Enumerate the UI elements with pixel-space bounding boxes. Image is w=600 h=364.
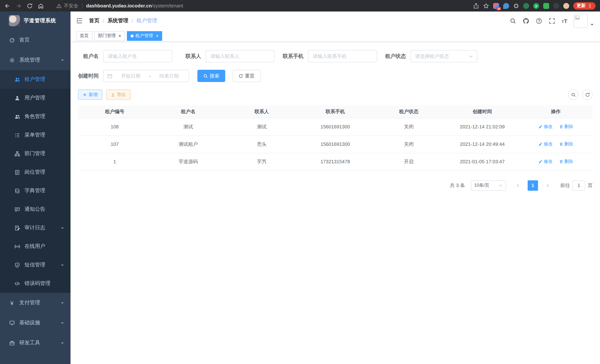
font-size-icon[interactable]: TT — [562, 18, 567, 24]
sidebar-item-dict[interactable]: 字典管理 — [0, 181, 71, 200]
profile-avatar[interactable] — [563, 3, 569, 9]
sidebar-item-sms[interactable]: 短信管理 — [0, 256, 71, 274]
prev-page-button[interactable] — [513, 180, 523, 191]
contact-input[interactable] — [206, 50, 275, 62]
extension-icon[interactable] — [513, 3, 519, 9]
extension-icon[interactable] — [543, 3, 549, 9]
sidebar-item-post[interactable]: 岗位管理 — [0, 163, 71, 181]
infra-monitor-icon — [9, 320, 15, 326]
bookmark-star-icon[interactable] — [483, 3, 489, 9]
add-button[interactable]: 新增 — [78, 89, 103, 100]
cell-contact: 秃头 — [225, 135, 299, 153]
cell-status: 关闭 — [372, 135, 445, 153]
phone-input[interactable] — [308, 50, 377, 62]
tab-home[interactable]: 首页 — [76, 31, 92, 41]
search-button[interactable]: 搜索 — [197, 70, 225, 82]
cell-phone: 15601691300 — [299, 118, 372, 135]
browser-update-button[interactable]: 更新 ⋮ — [573, 2, 596, 9]
edit-link[interactable]: 修改 — [538, 159, 553, 165]
share-icon[interactable] — [473, 3, 479, 9]
tab-dept[interactable]: 部门管理 × — [94, 31, 125, 41]
extension-icon[interactable] — [503, 3, 509, 9]
tenant-table: 租户编号 租户名 联系人 联系手机 租户状态 创建时间 操作 108 测试 — [78, 105, 593, 170]
tab-tenant[interactable]: 租户管理 × — [127, 31, 162, 41]
cell-tenant-id: 108 — [78, 118, 151, 135]
next-page-button[interactable] — [543, 180, 553, 191]
github-icon[interactable] — [523, 18, 529, 24]
update-label: 更新 — [577, 3, 586, 9]
post-badge-icon — [14, 169, 20, 175]
export-button[interactable]: 导出 — [106, 89, 131, 100]
extension-icon[interactable]: y — [533, 3, 539, 9]
extension-icon[interactable] — [493, 3, 499, 9]
status-select-placeholder: 请选择租户状态 — [415, 53, 449, 60]
browser-menu-icon[interactable]: ⋮ — [588, 3, 592, 8]
breadcrumb-item-home[interactable]: 首页 — [89, 18, 99, 24]
close-icon[interactable]: × — [156, 33, 159, 38]
browser-back-icon[interactable] — [4, 3, 10, 9]
sidebar-item-menu[interactable]: 菜单管理 — [0, 126, 71, 144]
sidebar-item-online-user[interactable]: 在线用户 — [0, 237, 71, 256]
delete-link[interactable]: 删除 — [559, 123, 573, 130]
sidebar-item-home[interactable]: 首页 — [0, 30, 71, 50]
date-start-placeholder: 开始日期 — [115, 73, 147, 79]
create-time-range-picker[interactable]: 开始日期 - 结束日期 — [103, 70, 189, 82]
search-icon — [571, 92, 576, 97]
delete-link[interactable]: 删除 — [559, 141, 573, 147]
sidebar-item-role[interactable]: 角色管理 — [0, 107, 71, 126]
sidebar-item-label: 菜单管理 — [25, 132, 45, 138]
user-icon — [14, 95, 20, 101]
sidebar-item-dept[interactable]: 部门管理 — [0, 144, 71, 163]
refresh-table-button[interactable] — [582, 89, 593, 100]
sidebar-item-infra[interactable]: 基础设施 — [0, 313, 71, 333]
header-search-icon[interactable] — [510, 18, 516, 24]
sidebar-collapse-icon[interactable] — [76, 17, 83, 25]
address-bar[interactable]: 不安全 dashboard.yudao.iocoder.cn/system/te… — [56, 2, 473, 9]
status-select[interactable]: 请选择租户状态 — [410, 50, 477, 62]
edit-icon — [538, 159, 543, 164]
puzzle-extensions-icon[interactable] — [553, 3, 559, 9]
edit-icon — [538, 142, 543, 146]
edit-link[interactable]: 修改 — [538, 123, 553, 130]
security-indicator[interactable]: 不安全 — [56, 2, 78, 9]
sidebar-item-payment[interactable]: ¥ 支付管理 — [0, 293, 71, 313]
close-icon[interactable]: × — [118, 33, 121, 38]
sidebar-item-label: 研发工具 — [19, 339, 40, 346]
tenant-name-input[interactable] — [103, 50, 172, 62]
help-question-icon[interactable] — [536, 18, 542, 24]
edit-link[interactable]: 修改 — [538, 141, 553, 147]
goto-label: 前往 — [560, 182, 570, 189]
sidebar-item-tenant[interactable]: 租户管理 — [0, 70, 71, 89]
gear-icon — [9, 57, 15, 63]
sidebar-item-system[interactable]: 系统管理 — [0, 50, 71, 70]
user-avatar-dropdown[interactable] — [574, 14, 594, 28]
sidebar-item-notice[interactable]: 通知公告 — [0, 200, 71, 219]
page-number-button[interactable]: 1 — [528, 180, 538, 191]
extension-icon[interactable] — [523, 3, 529, 9]
chevron-up-icon — [60, 58, 64, 62]
cell-tenant-name: 测试 — [151, 118, 225, 135]
browser-forward-icon[interactable] — [16, 3, 21, 9]
page-unit-label: 页 — [588, 182, 593, 189]
online-user-icon — [14, 243, 20, 249]
reset-button[interactable]: 重置 — [233, 70, 261, 82]
goto-page-input[interactable] — [572, 180, 585, 191]
broken-image-icon — [575, 15, 580, 20]
sidebar-item-audit-log[interactable]: 审计日志 — [0, 219, 71, 237]
app-logo[interactable]: 芋道管理系统 — [0, 11, 71, 30]
browser-refresh-icon[interactable] — [27, 3, 33, 9]
sidebar-item-error-code[interactable]: 错误码管理 — [0, 274, 71, 293]
delete-link[interactable]: 删除 — [559, 159, 573, 165]
cell-actions: 修改 删除 — [519, 135, 593, 153]
fullscreen-icon[interactable] — [549, 18, 555, 24]
browser-home-icon[interactable] — [38, 3, 44, 9]
page-size-select[interactable]: 10条/页 — [471, 180, 506, 191]
payment-yen-icon: ¥ — [9, 300, 15, 306]
audit-log-icon — [14, 225, 20, 231]
breadcrumb-item-system[interactable]: 系统管理 — [108, 18, 128, 24]
column-header-tenant-name: 租户名 — [151, 105, 225, 118]
toggle-search-button[interactable] — [568, 89, 579, 100]
create-time-label: 创建时间 — [78, 73, 99, 79]
sidebar-item-user[interactable]: 用户管理 — [0, 89, 71, 107]
sidebar-item-devtools[interactable]: 研发工具 — [0, 333, 71, 353]
